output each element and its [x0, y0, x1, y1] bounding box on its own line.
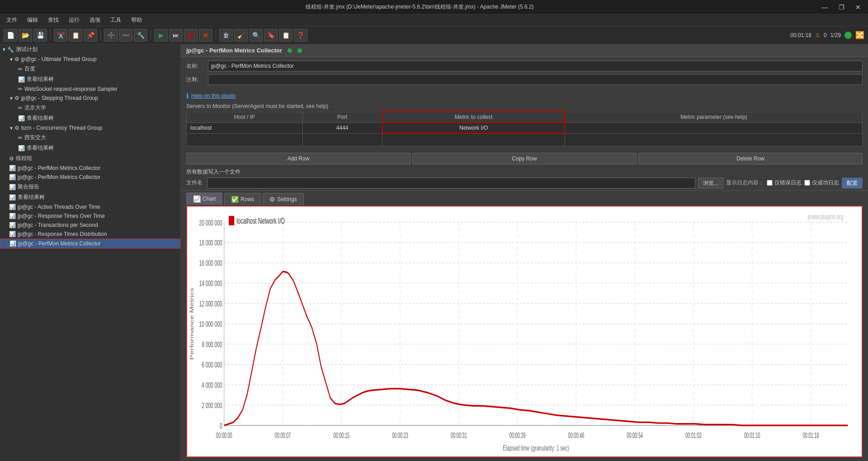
browse-button[interactable]: 浏览... — [698, 178, 723, 188]
toolbar-cut[interactable]: ✂️ — [54, 29, 67, 42]
sidebar-item-perfmon1[interactable]: 📊 jp@gc - PerfMon Metrics Collector — [0, 164, 180, 173]
sidebar-item-websocket[interactable]: ✏ WebSocket request-response Sampler — [0, 85, 180, 94]
maximize-button[interactable]: ❐ — [835, 3, 848, 12]
close-button[interactable]: ✕ — [852, 3, 864, 12]
transactions-icon: 📊 — [9, 222, 16, 228]
toolbar-copy[interactable]: 📋 — [69, 29, 82, 42]
config-button[interactable]: 配置 — [842, 178, 863, 188]
toolbar-help[interactable]: ❓ — [294, 29, 307, 42]
toolbar-add[interactable]: ➕ — [104, 29, 118, 42]
thread-group-label: 线程组 — [16, 155, 32, 162]
sidebar-item-view-results3[interactable]: 📊 查看结果树 — [0, 143, 180, 153]
copy-row-button[interactable]: Copy Row — [412, 153, 637, 165]
results4-label: 查看结果树 — [18, 193, 45, 201]
table-row[interactable]: localhost 4444 Network I/O — [187, 122, 863, 133]
results3-label: 查看结果树 — [27, 144, 54, 152]
menu-tools[interactable]: 工具 — [106, 15, 126, 25]
error-checkbox-group: 仅错误日志 — [767, 179, 802, 187]
sidebar-item-view-results1[interactable]: 📊 查看结果树 — [0, 74, 180, 85]
rows-tab-label: Rows — [241, 196, 254, 202]
toolbar-start[interactable]: ▶ — [154, 29, 168, 42]
file-input[interactable] — [207, 178, 695, 188]
minimize-button[interactable]: — — [818, 3, 831, 12]
menu-help[interactable]: 帮助 — [127, 15, 146, 25]
sidebar-item-thread-group[interactable]: ⚙ 线程组 — [0, 153, 180, 164]
all-data-label: 所有数据写入一个文件 — [186, 168, 241, 176]
toolbar-paste[interactable]: 📌 — [84, 29, 97, 42]
expand-arrow: ▼ — [9, 57, 14, 62]
delete-row-button[interactable]: Delete Row — [638, 153, 863, 165]
comment-input[interactable] — [208, 74, 863, 85]
toolbar-stop[interactable]: ⏹ — [184, 29, 198, 42]
display-log-label: 显示日志内容： — [726, 179, 764, 187]
servers-label: Servers to Monitor (ServerAgent must be … — [186, 103, 863, 109]
cell-param[interactable] — [565, 122, 863, 133]
form-area: 名称: 注释: — [181, 57, 868, 91]
toolbar-clear-all[interactable]: 🧹 — [234, 29, 248, 42]
error-checkbox[interactable] — [767, 180, 773, 186]
sidebar-item-perfmon2[interactable]: 📊 jp@gc - PerfMon Metrics Collector — [0, 173, 180, 182]
y-label-0: 0 — [220, 421, 222, 430]
tabs-bar: 📈 Chart ✅ Rows ⚙ Settings — [181, 190, 868, 206]
sidebar-item-agg-report[interactable]: 📊 聚合报告 — [0, 182, 180, 192]
menu-find[interactable]: 查找 — [43, 15, 63, 25]
toolbar-start-no-pause[interactable]: ⏭ — [169, 29, 183, 42]
menu-file[interactable]: 文件 — [2, 15, 22, 25]
cell-port: 4444 — [302, 122, 382, 133]
toolbar-shutdown[interactable]: ✖ — [199, 29, 212, 42]
sidebar-item-view-results2[interactable]: 📊 查看结果树 — [0, 113, 180, 123]
x-label-23: 00:00:23 — [392, 431, 408, 439]
menu-options[interactable]: 选项 — [85, 15, 105, 25]
table-row-empty — [187, 133, 863, 146]
window-controls[interactable]: — ❐ ✕ — [818, 3, 864, 12]
sidebar-item-concurrency-thread-group[interactable]: ▼ ⚙ bzm - Concurrency Thread Group — [0, 123, 180, 132]
toolbar-browse[interactable]: 🔍 — [249, 29, 263, 42]
sidebar-item-beida[interactable]: ✏ 北京大学 — [0, 103, 180, 113]
sidebar-item-response-times[interactable]: 📊 jp@gc - Response Times Over Time — [0, 212, 180, 221]
toolbar-save[interactable]: 💾 — [33, 29, 47, 42]
y-label-8m: 8 000 000 — [202, 340, 222, 348]
menu-run[interactable]: 运行 — [64, 15, 84, 25]
elapsed-time: 00:01:18 — [790, 32, 811, 38]
toolbar-new[interactable]: 📄 — [4, 29, 17, 42]
help-link[interactable]: Help on this plugin — [191, 93, 236, 99]
sidebar-item-transactions[interactable]: 📊 jp@gc - Transactions per Second — [0, 221, 180, 230]
sidebar-item-perfmon-selected[interactable]: 📊 jp@gc - PerfMon Metrics Collector — [0, 239, 180, 249]
toolbar-sep3 — [151, 30, 151, 40]
sidebar-item-response-dist[interactable]: 📊 jp@gc - Response Times Distribution — [0, 230, 180, 239]
name-label: 名称: — [186, 62, 204, 70]
agg-label: 聚合报告 — [18, 183, 39, 191]
y-label-16m: 16 000 000 — [199, 259, 222, 267]
chart-tab-label: Chart — [203, 196, 216, 202]
toolbar-remove[interactable]: ➖ — [119, 29, 132, 42]
sidebar-item-xian[interactable]: ✏ 西安交大 — [0, 132, 180, 143]
toolbar-toggle[interactable]: 🔧 — [134, 29, 147, 42]
sidebar-item-active-threads[interactable]: 📊 jp@gc - Active Threads Over Time — [0, 202, 180, 212]
name-input[interactable] — [208, 61, 863, 71]
sidebar-item-test-plan[interactable]: ▼ 🔧 测试计划 — [0, 44, 180, 55]
sidebar-item-stepping-thread-group[interactable]: ▼ ⚙ jp@gc - Stepping Thread Group — [0, 94, 180, 103]
x-label-102: 00:01:02 — [685, 431, 702, 439]
sidebar-item-baidu[interactable]: ✏ 百度 — [0, 64, 180, 74]
tab-rows[interactable]: ✅ Rows — [224, 193, 261, 205]
menu-edit[interactable]: 编辑 — [23, 15, 42, 25]
active-threads-label: jp@gc - Active Threads Over Time — [18, 204, 100, 210]
response-times-label: jp@gc - Response Times Over Time — [18, 213, 105, 219]
menu-bar: 文件 编辑 查找 运行 选项 工具 帮助 — [0, 14, 868, 26]
toolbar-bookmark[interactable]: 🔖 — [264, 29, 278, 42]
success-label: 仅成功日志 — [812, 179, 839, 187]
x-label-46: 00:00:46 — [568, 431, 585, 439]
toolbar-open[interactable]: 📂 — [19, 29, 32, 42]
baidu-label: 百度 — [24, 65, 35, 73]
sidebar-item-view-results4[interactable]: 📊 查看结果树 — [0, 192, 180, 202]
col-param: Metric parameter (see help) — [565, 112, 863, 122]
cell-metric[interactable]: Network I/O — [382, 122, 565, 133]
add-row-button[interactable]: Add Row — [186, 153, 410, 165]
toolbar-clear[interactable]: 🗑 — [219, 29, 233, 42]
sidebar-item-ultimate-thread-group[interactable]: ▼ ⚙ jp@gc - Ultimate Thread Group — [0, 55, 180, 64]
tab-settings[interactable]: ⚙ Settings — [263, 193, 303, 205]
toolbar-list[interactable]: 📋 — [279, 29, 292, 42]
success-checkbox[interactable] — [804, 180, 810, 186]
tab-chart[interactable]: 📈 Chart — [186, 193, 222, 206]
comment-label: 注释: — [186, 76, 204, 84]
